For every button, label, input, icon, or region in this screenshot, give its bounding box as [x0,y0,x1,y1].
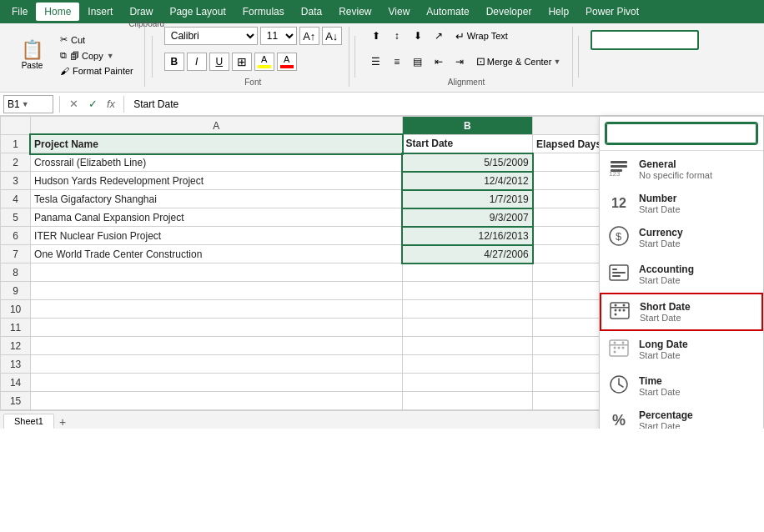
formula-input[interactable] [130,95,761,113]
align-top[interactable]: ⬆ [367,27,385,45]
menu-file[interactable]: File [3,3,36,21]
format-item-time[interactable]: TimeStart Date [600,368,763,404]
menu-help[interactable]: Help [540,3,577,21]
table-row[interactable] [31,300,402,319]
align-center[interactable]: ≡ [388,53,406,71]
table-row[interactable] [402,374,533,392]
font-row-2: B I U ⊞ A A [164,53,297,71]
table-row[interactable]: 4/27/2006 [402,245,533,263]
table-row[interactable]: One World Trade Center Construction [31,245,402,263]
table-row[interactable]: 5/15/2009 [402,153,533,172]
table-row[interactable]: Crossrail (Elizabeth Line) [31,153,402,172]
format-icon-percentage: % [607,412,631,429]
decrease-indent[interactable]: ⇤ [430,53,448,71]
table-row[interactable]: Start Date [402,135,533,153]
row-header-14: 14 [1,374,31,392]
underline-button[interactable]: U [209,53,229,71]
format-item-general[interactable]: 123GeneralNo specific format [600,151,763,188]
menu-review[interactable]: Review [330,3,379,21]
align-bottom[interactable]: ⬇ [409,27,427,45]
format-item-accounting[interactable]: AccountingStart Date [600,256,763,293]
menu-formulas[interactable]: Formulas [234,3,293,21]
table-row[interactable]: Hudson Yards Redevelopment Project [31,172,402,190]
fill-color-button[interactable]: A [254,53,274,71]
cancel-formula-icon[interactable]: ✕ [66,98,82,110]
add-sheet-button[interactable]: + [59,415,66,429]
table-row[interactable]: Panama Canal Expansion Project [31,208,402,227]
table-row[interactable] [31,319,402,337]
format-subtitle-short-date: Start Date [640,313,691,323]
table-row[interactable] [402,355,533,374]
increase-indent[interactable]: ⇥ [450,53,469,71]
table-row[interactable] [31,355,402,374]
table-row[interactable]: 12/4/2012 [402,172,533,190]
format-item-long-date[interactable]: Long DateStart Date [600,331,763,368]
menu-automate[interactable]: Automate [418,3,477,21]
font-color-button[interactable]: A [277,53,297,71]
paste-button[interactable]: 📋 Paste [13,33,51,78]
menu-data[interactable]: Data [293,3,330,21]
font-size-decrease[interactable]: A↓ [322,27,342,45]
table-row[interactable] [31,263,402,282]
table-row[interactable]: 12/16/2013 [402,227,533,245]
menu-home[interactable]: Home [36,3,79,21]
confirm-formula-icon[interactable]: ✓ [85,98,101,110]
sheet-tab-sheet1[interactable]: Sheet1 [3,414,54,429]
merge-center-button[interactable]: ⊡ Merge & Center ▼ [471,53,566,71]
col-header-a[interactable]: A [31,117,402,135]
font-color-swatch [280,65,294,68]
menu-developer[interactable]: Developer [478,3,540,21]
table-row[interactable] [31,392,402,410]
table-row[interactable]: ITER Nuclear Fusion Project [31,227,402,245]
menu-insert[interactable]: Insert [79,3,121,21]
row-header-9: 9 [1,282,31,300]
align-right[interactable]: ▤ [409,53,427,71]
col-header-b[interactable]: B [402,117,533,135]
dropdown-items-container: 123GeneralNo specific format12NumberStar… [600,151,763,429]
align-middle[interactable]: ↕ [388,27,406,45]
copy-button[interactable]: ⧉ 🗐 Copy ▼ [56,48,138,63]
table-row[interactable]: Project Name [31,135,402,153]
format-item-percentage[interactable]: %PercentageStart Date [600,404,763,429]
borders-button[interactable]: ⊞ [232,53,252,71]
table-row[interactable] [402,300,533,319]
font-size-increase[interactable]: A↑ [299,27,319,45]
cut-label: Cut [71,35,85,45]
menu-power-pivot[interactable]: Power Pivot [577,3,647,21]
align-left[interactable]: ☰ [367,53,385,71]
svg-point-22 [614,347,616,349]
font-size-select[interactable]: 11 [260,27,297,45]
menu-draw[interactable]: Draw [121,3,161,21]
wrap-text-button[interactable]: ↵ Wrap Text [450,27,513,45]
align-row-2: ☰ ≡ ▤ ⇤ ⇥ ⊡ Merge & Center ▼ [367,53,566,71]
table-row[interactable] [402,319,533,337]
table-row[interactable] [402,282,533,300]
bold-button[interactable]: B [164,53,184,71]
table-row[interactable]: Tesla Gigafactory Shanghai [31,190,402,208]
number-format-search[interactable] [591,30,699,50]
table-row[interactable]: 1/7/2019 [402,190,533,208]
table-row[interactable]: 9/3/2007 [402,208,533,227]
table-row[interactable] [31,374,402,392]
table-row[interactable] [402,392,533,410]
menu-page-layout[interactable]: Page Layout [161,3,234,21]
text-rotate[interactable]: ↗ [430,27,448,45]
format-item-short-date[interactable]: Short DateStart Date [600,293,763,331]
font-name-select[interactable]: Calibri [164,27,258,45]
format-icon-long-date [607,336,631,363]
cell-reference-box[interactable]: B1 ▼ [3,95,53,113]
table-row[interactable] [31,282,402,300]
table-row[interactable] [31,337,402,355]
italic-button[interactable]: I [187,53,207,71]
svg-rect-19 [610,344,628,346]
menu-view[interactable]: View [380,3,419,21]
format-search-input[interactable] [606,123,756,143]
format-item-number[interactable]: 12NumberStart Date [600,188,763,219]
cut-button[interactable]: ✂ Cut [56,33,138,47]
format-title-general: General [639,158,712,170]
format-icon-general: 123 [607,156,631,183]
table-row[interactable] [402,263,533,282]
format-painter-button[interactable]: 🖌 Format Painter [56,64,138,78]
format-item-currency[interactable]: $CurrencyStart Date [600,219,763,256]
table-row[interactable] [402,337,533,355]
